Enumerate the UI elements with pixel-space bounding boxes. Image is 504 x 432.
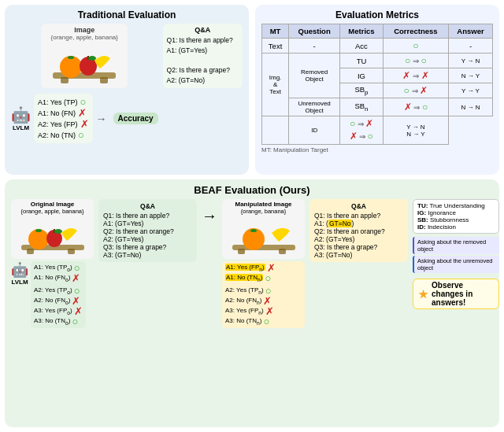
beaf-arrow: → xyxy=(202,199,217,225)
legend-observe: TU: True Understanding IG: Ignorance SB:… xyxy=(413,199,499,309)
col-correctness: Correctness xyxy=(383,24,448,39)
answer-row-2: A1: No (FN) ✗ xyxy=(38,108,89,118)
qa-box: Q&A Q1: Is there an apple? A1: (GT=Yes) … xyxy=(163,24,243,88)
orig-image-box: Image {orange, apple, banana} xyxy=(41,24,128,88)
svg-point-7 xyxy=(88,56,96,61)
svg-rect-10 xyxy=(68,249,75,254)
bracket-removed: Asking about the removed object xyxy=(413,237,499,254)
orig-qa-title: Q&A xyxy=(103,202,192,210)
beaf-title: BEAF Evaluation (Ours) xyxy=(11,184,493,196)
beaf-robot-label: LVLM xyxy=(11,279,28,286)
svg-rect-18 xyxy=(279,249,286,254)
manip-qa-box: Q&A Q1: Is there an apple? A1: (GT=No) Q… xyxy=(309,199,408,262)
svg-point-20 xyxy=(250,229,257,232)
bracket-unremoved: Asking about the unremoved object xyxy=(413,256,499,273)
eval-metrics-panel: Evaluation Metrics MT Question Metrics C… xyxy=(255,5,499,175)
mt-note: MT: Manipulation Target xyxy=(261,146,493,153)
beaf-manip-img-sublabel: {orange, banana} xyxy=(225,208,302,215)
image-label: Image xyxy=(45,26,124,34)
mark-circle-2: ○ xyxy=(78,130,84,140)
qa-title: Q&A xyxy=(167,26,239,34)
mt-img-text: Img.&Text xyxy=(262,54,289,116)
answer-row-1: A1: Yes (TP) ○ xyxy=(38,97,89,107)
beaf-manip-img-box: Manipulated Image {orange, banana} xyxy=(222,199,305,259)
svg-rect-1 xyxy=(61,77,69,83)
robot-box: 🤖 LVLM xyxy=(11,105,31,131)
image-sublabel: {orange, apple, banana} xyxy=(45,34,124,41)
metrics-row-text: Text - Acc ○ - xyxy=(262,39,493,54)
beaf-robot-box: 🤖 LVLM xyxy=(11,261,28,286)
mark-circle-1: ○ xyxy=(80,97,87,107)
accuracy-label: Accuracy xyxy=(113,113,158,124)
beaf-orig-img-box: Original Image {orange, apple, banana} xyxy=(11,199,94,259)
beaf-section: BEAF Evaluation (Ours) Original Image {o… xyxy=(5,179,499,427)
svg-rect-9 xyxy=(27,249,34,254)
metrics-row-tu: Img.&Text RemovedObject TU ○ ⇒ ○ Y → N xyxy=(262,54,493,68)
bracket-labels: Asking about the removed object Asking a… xyxy=(413,237,499,273)
answer-row-3: A2: Yes (FP) ✗ xyxy=(38,119,89,129)
metrics-row-id: ID ○ ⇒ ✗ ✗ ⇒ ○ Y → NN → Y xyxy=(262,116,493,145)
mark-cross-2: ✗ xyxy=(80,119,89,129)
col-question: Question xyxy=(289,24,340,39)
col-metrics: Metrics xyxy=(340,24,384,39)
beaf-robot-orig: 🤖 LVLM A1: Yes (TPo)○ A1: No (FNo)✗ A2: … xyxy=(11,261,94,328)
answer-row-4: A2: No (TN) ○ xyxy=(38,130,89,140)
robot-label: LVLM xyxy=(13,124,29,131)
svg-point-3 xyxy=(60,56,82,78)
answers-table: A1: Yes (TP) ○ A1: No (FN) ✗ A2: Yes (FP… xyxy=(34,94,93,143)
svg-point-4 xyxy=(68,56,74,59)
orig-qa-box: Q&A Q1: Is there an apple? A1: (GT=Yes) … xyxy=(98,199,197,262)
beaf-orig-fruit-img xyxy=(17,215,88,256)
question-removed: RemovedObject xyxy=(289,54,340,98)
trad-eval-panel: Traditional Evaluation Image {orange, ap… xyxy=(5,5,249,175)
orig-answers-group: A1: Yes (TPo)○ A1: No (FNo)✗ A2: Yes (TP… xyxy=(31,261,86,328)
trad-qa-section: Q&A Q1: Is there an apple? A1: (GT=Yes) … xyxy=(163,24,243,143)
beaf-robot-icon: 🤖 xyxy=(11,261,28,279)
beaf-orig-img-sublabel: {orange, apple, banana} xyxy=(14,208,91,215)
robot-row: 🤖 LVLM A1: Yes (TP) ○ A1: No (FN) ✗ xyxy=(11,94,158,143)
beaf-manip-fruit-img xyxy=(228,215,299,256)
svg-rect-2 xyxy=(100,77,108,83)
robot-icon: 🤖 xyxy=(11,105,31,124)
observe-box: ★ Observe changes in answers! xyxy=(413,279,499,309)
manip-qa-title: Q&A xyxy=(314,202,403,210)
question-unremoved: UnremovedObject xyxy=(289,98,340,116)
arrow-accuracy: → xyxy=(96,113,107,125)
col-mt: MT xyxy=(262,24,289,39)
metrics-row-sbn: UnremovedObject SBn ✗ ⇒ ○ N → N xyxy=(262,98,493,116)
fruit-image xyxy=(49,41,120,84)
col-answer: Answer xyxy=(449,24,493,39)
svg-point-15 xyxy=(54,229,62,234)
svg-rect-17 xyxy=(238,249,245,254)
qa-content: Q1: Is there an apple? A1: (GT=Yes) Q2: … xyxy=(167,35,239,86)
star-icon: ★ xyxy=(418,288,428,301)
trad-eval-title: Traditional Evaluation xyxy=(11,9,243,20)
svg-point-12 xyxy=(35,229,42,232)
legend-box: TU: True Understanding IG: Ignorance SB:… xyxy=(413,199,499,234)
beaf-manip-img-label: Manipulated Image xyxy=(225,201,302,208)
eval-metrics-title: Evaluation Metrics xyxy=(261,9,493,20)
metrics-table: MT Question Metrics Correctness Answer T… xyxy=(261,24,493,145)
mark-cross-1: ✗ xyxy=(78,108,87,118)
observe-text: Observe changes in answers! xyxy=(432,281,494,307)
beaf-orig-img-label: Original Image xyxy=(14,201,91,208)
manip-answers-group: A1: Yes (FPn)✗ A1: No (TNn)○ A2: Yes (TP… xyxy=(222,261,305,328)
